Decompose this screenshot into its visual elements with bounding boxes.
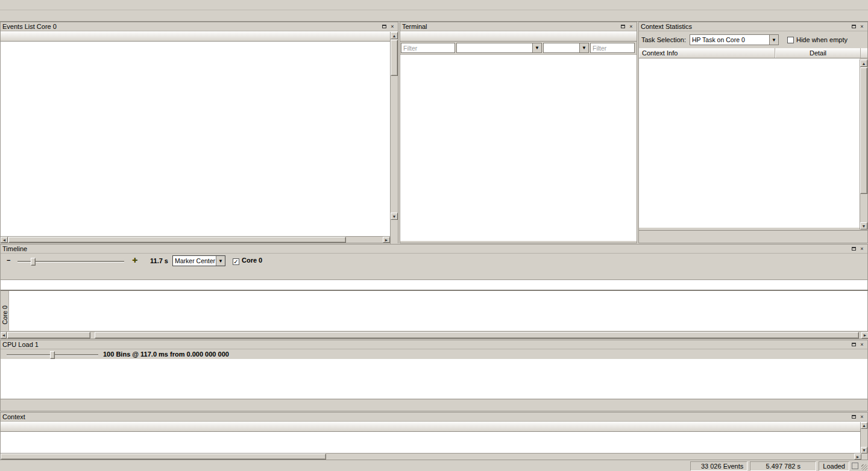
events-vscrollbar[interactable]: ▲ ▼ <box>390 32 398 244</box>
context-panel: Context × ► ▲ ▼ <box>0 412 868 460</box>
timeline-axis <box>1 269 867 280</box>
cpu-load-titlebar: CPU Load 1 × <box>1 340 867 349</box>
right-dock-tabbar <box>639 230 867 243</box>
close-icon[interactable]: × <box>858 23 866 30</box>
terminal-panel: Terminal × ▼ ▼ <box>400 22 637 243</box>
events-list-header <box>1 31 398 42</box>
timeline-hscrollbar[interactable]: ► <box>95 331 868 338</box>
events-hscrollbar[interactable]: ◄ ► <box>1 236 390 243</box>
close-icon[interactable]: × <box>389 23 396 30</box>
float-icon[interactable] <box>850 414 857 420</box>
core-filter-select[interactable]: ▼ <box>543 43 589 53</box>
context-stats-title: Context Statistics <box>641 23 849 30</box>
context-vscrollbar[interactable]: ▲ ▼ <box>860 422 867 454</box>
cpu-load-controls: 100 Bins @ 117.0 ms from 0.000 000 000 <box>1 349 867 359</box>
context-titlebar: Context × <box>1 413 867 422</box>
time-filter-input[interactable] <box>401 43 455 53</box>
events-list-title: Events List Core 0 <box>2 23 379 30</box>
task-selection-label: Task Selection: <box>641 36 686 43</box>
recording-time-status: 5.497 782 s <box>750 461 816 471</box>
context-rows <box>1 432 867 453</box>
systemview-window: Events List Core 0 × ▲ ▼ ◄ ► Terminal × … <box>0 0 868 471</box>
float-icon[interactable] <box>380 23 388 30</box>
events-list-panel: Events List Core 0 × ▲ ▼ ◄ ► <box>0 22 398 243</box>
core0-visibility-checkbox[interactable]: ✓Core 0 <box>233 257 262 265</box>
terminal-title: Terminal <box>402 23 618 30</box>
timeline-zoom-value: 11.7 s <box>150 257 168 264</box>
timeline-titlebar: Timeline × <box>1 245 867 254</box>
chevron-down-icon: ▼ <box>216 256 225 266</box>
status-bar: 33 026 Events 5.497 782 s Loaded <box>0 461 868 471</box>
timeline-zoom-slider[interactable] <box>17 261 124 263</box>
context-hscrollbar[interactable]: ► <box>1 453 861 460</box>
cpu-load-title: CPU Load 1 <box>2 341 849 348</box>
context-info-header: Context Info Detail <box>639 48 867 58</box>
timeline-panel: Timeline × − ✚ 11.7 s Marker Center▼ ✓Co… <box>0 244 868 339</box>
context-title: Context <box>2 413 849 420</box>
chevron-down-icon: ▼ <box>579 43 588 52</box>
close-icon[interactable]: × <box>858 414 866 420</box>
timeline-legend-hscrollbar[interactable]: ◄ <box>1 331 95 338</box>
terminal-filter-row: ▼ ▼ <box>400 42 637 55</box>
timeline-title: Timeline <box>2 245 849 252</box>
terminal-rows <box>400 55 637 241</box>
core0-group-label: Core 0 <box>1 290 9 331</box>
cpu-load-panel: CPU Load 1 × 100 Bins @ 117.0 ms from 0.… <box>0 340 868 411</box>
task-selection-select[interactable]: HP Task on Core 0▼ <box>690 34 779 45</box>
context-info-tree <box>639 58 860 228</box>
context-stats-titlebar: Context Statistics × <box>639 22 867 31</box>
context-filter-select[interactable]: ▼ <box>456 43 542 53</box>
cpu-load-chart <box>1 359 867 399</box>
timeline-tracks: Core 0 <box>1 280 867 331</box>
marker-mode-select[interactable]: Marker Center▼ <box>172 255 225 266</box>
close-icon[interactable]: × <box>627 23 635 30</box>
context-header <box>1 422 867 432</box>
float-icon[interactable] <box>619 23 626 30</box>
zoom-out-button[interactable]: − <box>7 257 10 264</box>
float-icon[interactable] <box>850 342 857 348</box>
message-filter-input[interactable] <box>590 43 635 53</box>
close-icon[interactable]: × <box>858 246 866 252</box>
chevron-down-icon: ▼ <box>532 43 541 52</box>
recording-indicator-icon <box>852 463 858 469</box>
chevron-down-icon: ▼ <box>769 35 778 45</box>
cpu-bins-label: 100 Bins @ 117.0 ms from 0.000 000 000 <box>103 351 229 358</box>
terminal-header <box>400 31 637 42</box>
events-list-rows <box>1 42 390 238</box>
terminal-titlebar: Terminal × <box>400 22 637 31</box>
toolbar <box>0 10 868 22</box>
track-separator <box>1 290 868 291</box>
detail-column[interactable]: Detail <box>775 48 861 58</box>
float-icon[interactable] <box>850 23 857 30</box>
context-info-column[interactable]: Context Info <box>639 48 775 58</box>
menu-bar <box>0 0 868 10</box>
event-count-status: 33 026 Events <box>690 461 747 471</box>
stats-vscrollbar[interactable]: ▲ ▼ <box>860 60 867 229</box>
bottom-dock-tabbar <box>1 399 867 411</box>
events-list-titlebar: Events List Core 0 × <box>1 22 398 31</box>
close-icon[interactable]: × <box>858 342 866 348</box>
task-selection-row: Task Selection: HP Task on Core 0▼ Hide … <box>639 31 867 48</box>
zoom-in-button[interactable]: ✚ <box>132 257 137 264</box>
hide-when-empty-checkbox[interactable]: Hide when empty <box>787 36 848 43</box>
connection-status: Loaded <box>819 461 849 471</box>
float-icon[interactable] <box>850 246 857 252</box>
cpu-bins-slider[interactable] <box>7 354 98 356</box>
context-stats-panel: Context Statistics × Task Selection: HP … <box>638 22 868 243</box>
resize-grip[interactable] <box>861 464 867 470</box>
timeline-controls: − ✚ 11.7 s Marker Center▼ ✓Core 0 <box>1 254 867 269</box>
